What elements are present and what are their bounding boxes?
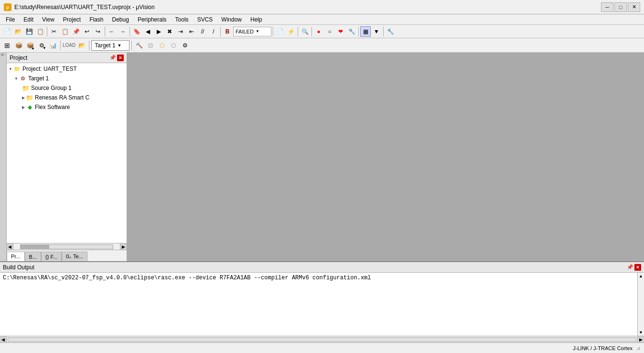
project-panel-title: Project — [10, 55, 27, 61]
debug3-btn[interactable]: ❤ — [335, 26, 346, 37]
indent-button[interactable]: ⇥ — [175, 26, 186, 37]
flash-btn[interactable]: ⚡ — [286, 26, 296, 37]
menu-item-project[interactable]: Project — [59, 14, 85, 25]
debug2-btn[interactable]: ○ — [324, 26, 335, 37]
build-pin-icon[interactable]: 📌 — [627, 264, 633, 271]
menu-item-view[interactable]: View — [38, 14, 58, 25]
build-hscroll-left[interactable]: ◀ — [0, 336, 7, 343]
project-panel-header: Project 📌 ✕ — [7, 53, 127, 63]
undo-button[interactable]: ↩ — [82, 26, 92, 37]
target-icon: ⚙ — [19, 75, 27, 82]
build-hscroll-right[interactable]: ▶ — [637, 336, 644, 343]
debug4-btn[interactable]: 🔧 — [346, 26, 357, 37]
view-dropdown-btn[interactable]: ▼ — [371, 26, 382, 37]
next-bookmark-button[interactable]: ▶ — [153, 26, 164, 37]
project-props-btn[interactable]: 📄 — [275, 26, 285, 37]
minimize-button[interactable]: ─ — [601, 2, 613, 12]
t2-btn2[interactable]: ⊡ — [145, 40, 156, 51]
menu-item-svcs[interactable]: SVCS — [193, 14, 217, 25]
t2-btn5[interactable]: ⚙ — [180, 40, 190, 51]
menu-item-debug[interactable]: Debug — [108, 14, 133, 25]
search-btn[interactable]: 🔍 — [300, 26, 310, 37]
new-button[interactable]: 📄 — [2, 26, 12, 37]
menu-item-help[interactable]: Help — [247, 14, 266, 25]
menu-item-window[interactable]: Window — [217, 14, 246, 25]
save-all-button[interactable]: 📋 — [35, 26, 45, 37]
menu-item-edit[interactable]: Edit — [20, 14, 37, 25]
copy-button[interactable]: 📋 — [60, 26, 70, 37]
tab-books[interactable]: B... — [25, 252, 42, 261]
settings-btn[interactable]: 🔧 — [385, 26, 396, 37]
build-vscroll-down[interactable]: ▼ — [639, 330, 643, 335]
build-btn[interactable]: B — [222, 26, 233, 37]
tab-project[interactable]: Pr... — [7, 252, 25, 261]
component-btn[interactable]: ⊞ — [2, 40, 12, 51]
restore-button[interactable]: □ — [614, 2, 627, 12]
rtx-btn[interactable]: ⚙▼ — [36, 40, 47, 51]
status-label: J-LINK / J-TRACE Cortex — [573, 345, 633, 351]
menu-item-file[interactable]: File — [2, 14, 19, 25]
tab-templates[interactable]: 0₊ Te... — [62, 252, 87, 261]
target-dropdown[interactable]: Target 1 ▼ — [91, 40, 129, 51]
build-header-icons: 📌 ✕ — [627, 264, 641, 271]
menu-item-peripherals[interactable]: Peripherals — [134, 14, 171, 25]
comment-button[interactable]: // — [197, 26, 208, 37]
title-controls: ─ □ ✕ — [601, 2, 640, 12]
resize-grip[interactable]: ⊿ — [636, 345, 640, 351]
sep1 — [47, 27, 47, 36]
renesas-group-label: Renesas RA Smart C — [35, 94, 89, 101]
menu-item-tools[interactable]: Tools — [172, 14, 193, 25]
source-folder-icon: 📁 — [22, 84, 30, 92]
t2-btn1[interactable]: 🔨 — [134, 40, 144, 51]
project-close-icon[interactable]: ✕ — [117, 55, 124, 61]
nav-back-button[interactable]: ← — [107, 26, 117, 37]
clear-bookmark-button[interactable]: ✖ — [164, 26, 175, 37]
hscroll-right-btn[interactable]: ▶ — [120, 243, 127, 250]
bookmark-button[interactable]: 🔖 — [131, 26, 142, 37]
title-bar-left: μ E:\study\Renesas\UART\UART_TEST.uvproj… — [4, 3, 155, 11]
build-close-icon[interactable]: ✕ — [634, 264, 641, 271]
nav-fwd-button[interactable]: → — [118, 26, 128, 37]
hscroll-left-btn[interactable]: ◀ — [7, 243, 13, 250]
prev-bookmark-button[interactable]: ◀ — [142, 26, 153, 37]
t2-btn3[interactable]: ⬡ — [157, 40, 167, 51]
build-hscroll-track — [8, 337, 636, 342]
build-content: C:\Renesas\RA\sc_v2022-07_fsp_v4.0.0\ecl… — [0, 273, 637, 336]
uncomment-button[interactable]: / — [208, 26, 219, 37]
sep12 — [131, 41, 132, 50]
rtos-btn[interactable]: 📊 — [48, 40, 58, 51]
project-hscroll[interactable]: ◀ ▶ — [7, 243, 127, 250]
save-button[interactable]: 💾 — [24, 26, 34, 37]
flex-expand-arrow: ▶ — [22, 105, 25, 110]
flex-software-node[interactable]: ▶ ◆ Flex Software — [7, 102, 127, 112]
build-vscroll-up[interactable]: ▲ — [639, 274, 643, 278]
build-hscroll[interactable]: ◀ ▶ — [0, 336, 644, 342]
editor-area[interactable] — [127, 53, 644, 261]
close-button[interactable]: ✕ — [628, 2, 640, 12]
debug-btn[interactable]: ● — [313, 26, 324, 37]
target-node[interactable]: ▼ ⚙ Target 1 — [7, 74, 127, 83]
renesas-group-node[interactable]: ▶ 📁 Renesas RA Smart C — [7, 93, 127, 102]
source-group1-node[interactable]: 📁 Source Group 1 — [7, 83, 127, 93]
load-btn[interactable]: 📂 — [76, 40, 87, 51]
paste-button[interactable]: 📌 — [71, 26, 81, 37]
tab-functions-label: {} F... — [45, 254, 57, 260]
tab-functions[interactable]: {} F... — [41, 252, 62, 261]
project-icon: 📁 — [13, 65, 21, 73]
view-btn[interactable]: ▦ — [360, 26, 371, 37]
unindent-button[interactable]: ⇤ — [186, 26, 197, 37]
pack-btn[interactable]: 📦▲ — [25, 40, 35, 51]
t2-btn4[interactable]: ⬡ — [168, 40, 179, 51]
manage-btn[interactable]: 📦 — [13, 40, 24, 51]
build-vscroll[interactable]: ▲ ▼ — [637, 273, 644, 336]
menu-item-flash[interactable]: Flash — [86, 14, 107, 25]
cut-button[interactable]: ✂ — [49, 26, 59, 37]
open-button[interactable]: 📂 — [13, 26, 23, 37]
redo-button[interactable]: ↪ — [93, 26, 103, 37]
project-pin-icon[interactable]: 📌 — [109, 55, 116, 61]
build-status-dropdown[interactable]: FAILED ▼ — [233, 27, 271, 36]
target-label: Target 1 — [95, 42, 115, 49]
project-root-node[interactable]: ▼ 📁 Project: UART_TEST — [7, 64, 127, 74]
build-command-text: C:\Renesas\RA\sc_v2022-07_fsp_v4.0.0\ecl… — [3, 275, 371, 281]
left-strip: g — [0, 53, 7, 261]
